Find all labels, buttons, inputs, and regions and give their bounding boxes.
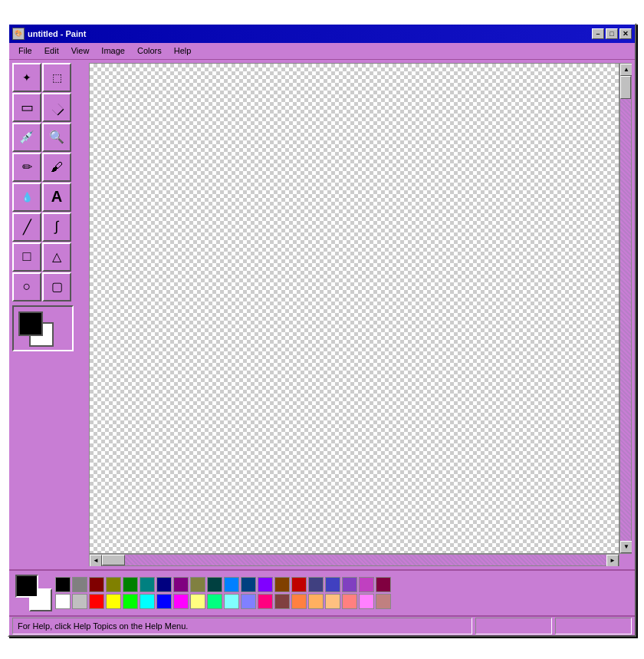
close-button[interactable]: ✕ xyxy=(619,28,632,39)
rect-select-tool[interactable]: ⬚ xyxy=(42,63,71,92)
line-tool[interactable]: ╱ xyxy=(12,213,41,242)
tool-row-1: ✦ ⬚ xyxy=(12,63,83,92)
scroll-thumb-v[interactable] xyxy=(620,76,631,99)
swatch-white[interactable] xyxy=(55,594,71,609)
zoom-tool[interactable]: 🔍 xyxy=(42,123,71,152)
tool-row-2: ▭ ◆ xyxy=(12,93,83,122)
drawing-canvas[interactable] xyxy=(89,63,619,554)
color-swatches xyxy=(55,577,391,609)
status-panel-2 xyxy=(475,618,552,634)
swatch-hotpink[interactable] xyxy=(258,594,273,609)
swatch-gray[interactable] xyxy=(72,577,87,592)
rounded-rect-tool[interactable]: ▢ xyxy=(42,272,71,301)
app-icon: 🎨 xyxy=(12,28,25,40)
tool-row-8: ○ ▢ xyxy=(12,272,83,301)
swatch-brown[interactable] xyxy=(274,577,290,592)
rectangle-tool[interactable]: □ xyxy=(12,242,41,272)
text-tool[interactable]: A xyxy=(42,183,71,212)
main-content: ✦ ⬚ ▭ ◆ 💉 🔍 ✏ 🖌 💧 A ╱ ∫ xyxy=(9,60,635,569)
swatch-orange[interactable] xyxy=(291,594,307,609)
swatch-darkyellow[interactable] xyxy=(190,577,205,592)
swatch-cornblue[interactable] xyxy=(224,577,239,592)
swatch-lightgreen2[interactable] xyxy=(207,594,222,609)
swatch-lightorange[interactable] xyxy=(308,594,324,609)
curve-tool[interactable]: ∫ xyxy=(42,213,71,242)
color-palette-bar xyxy=(9,569,635,615)
swatch-magenta[interactable] xyxy=(173,594,189,609)
swatch-extra4[interactable] xyxy=(359,577,374,592)
tool-row-3: 💉 🔍 xyxy=(12,123,83,152)
palette-foreground-color[interactable] xyxy=(15,575,38,598)
swatch-rosebrown[interactable] xyxy=(274,594,290,609)
swatch-extra5[interactable] xyxy=(376,577,391,592)
scroll-track-v[interactable] xyxy=(620,76,631,541)
menu-view[interactable]: View xyxy=(65,44,96,57)
swatch-cyan[interactable] xyxy=(140,594,155,609)
menu-bar: File Edit View Image Colors Help xyxy=(9,43,635,60)
swatch-teal[interactable] xyxy=(140,577,155,592)
swatch-darkmaroon[interactable] xyxy=(291,577,307,592)
minimize-button[interactable]: – xyxy=(592,28,604,39)
free-select-tool[interactable]: ✦ xyxy=(12,63,41,92)
menu-help[interactable]: Help xyxy=(168,44,198,57)
status-help-text: For Help, click Help Topics on the Help … xyxy=(12,618,472,634)
window-title: untitled - Paint xyxy=(28,29,86,38)
swatch-black[interactable] xyxy=(55,577,71,592)
swatch-peach[interactable] xyxy=(325,594,340,609)
scroll-track-h[interactable] xyxy=(102,555,606,565)
swatch-purple[interactable] xyxy=(173,577,189,592)
vertical-scrollbar[interactable]: ▲ ▼ xyxy=(619,63,632,554)
toolbar: ✦ ⬚ ▭ ◆ 💉 🔍 ✏ 🖌 💧 A ╱ ∫ xyxy=(9,60,86,569)
swatch-mauve[interactable] xyxy=(376,594,391,609)
swatch-darkred[interactable] xyxy=(89,577,104,592)
swatch-yellow[interactable] xyxy=(106,594,121,609)
horizontal-scrollbar[interactable]: ◄ ► xyxy=(89,554,619,566)
menu-file[interactable]: File xyxy=(12,44,38,57)
fill-tool[interactable]: ◆ xyxy=(42,93,71,122)
swatch-lightcyan[interactable] xyxy=(224,594,239,609)
swatch-violet[interactable] xyxy=(258,577,273,592)
swatch-darkgreen[interactable] xyxy=(123,577,138,592)
swatch-darkteal[interactable] xyxy=(207,577,222,592)
scroll-left-button[interactable]: ◄ xyxy=(90,555,102,566)
menu-colors[interactable]: Colors xyxy=(131,44,168,57)
swatch-red[interactable] xyxy=(89,594,104,609)
title-bar: 🎨 untitled - Paint – □ ✕ xyxy=(9,25,635,43)
title-bar-left: 🎨 untitled - Paint xyxy=(12,28,86,40)
pencil-tool[interactable]: ✏ xyxy=(12,153,41,182)
swatch-green[interactable] xyxy=(123,594,138,609)
maximize-button[interactable]: □ xyxy=(606,28,618,39)
swatch-extra1[interactable] xyxy=(308,577,324,592)
title-buttons: – □ ✕ xyxy=(592,28,632,39)
canvas-wrapper: ▲ ▼ ◄ ► xyxy=(89,63,632,566)
swatch-lightblue[interactable] xyxy=(241,594,256,609)
toolbar-fg-color[interactable] xyxy=(18,311,43,336)
swatch-silver[interactable] xyxy=(72,594,87,609)
scroll-thumb-h[interactable] xyxy=(102,555,125,565)
swatch-salmon[interactable] xyxy=(342,594,357,609)
status-panel-3 xyxy=(555,618,632,634)
eyedropper-tool[interactable]: 💉 xyxy=(12,123,41,152)
swatch-navy[interactable] xyxy=(156,577,172,592)
scroll-down-button[interactable]: ▼ xyxy=(620,541,632,553)
swatch-lightyellow[interactable] xyxy=(190,594,205,609)
swatch-extra2[interactable] xyxy=(325,577,340,592)
swatch-extra3[interactable] xyxy=(342,577,357,592)
paint-window: 🎨 untitled - Paint – □ ✕ File Edit View … xyxy=(8,23,636,637)
scroll-up-button[interactable]: ▲ xyxy=(620,64,632,76)
airbrush-tool[interactable]: 💧 xyxy=(12,183,41,212)
swatch-darkblue[interactable] xyxy=(241,577,256,592)
swatch-blue[interactable] xyxy=(156,594,172,609)
swatch-lilac[interactable] xyxy=(359,594,374,609)
toolbar-color-box xyxy=(12,305,74,351)
swatch-olive[interactable] xyxy=(106,577,121,592)
menu-edit[interactable]: Edit xyxy=(38,44,65,57)
swatch-row-1 xyxy=(55,577,391,592)
eraser-tool[interactable]: ▭ xyxy=(12,93,41,122)
canvas-container: ▲ ▼ ◄ ► xyxy=(86,60,635,569)
brush-tool[interactable]: 🖌 xyxy=(42,153,71,182)
menu-image[interactable]: Image xyxy=(95,44,131,57)
scroll-right-button[interactable]: ► xyxy=(606,555,619,566)
polygon-tool[interactable]: △ xyxy=(42,242,71,272)
ellipse-tool[interactable]: ○ xyxy=(12,272,41,301)
